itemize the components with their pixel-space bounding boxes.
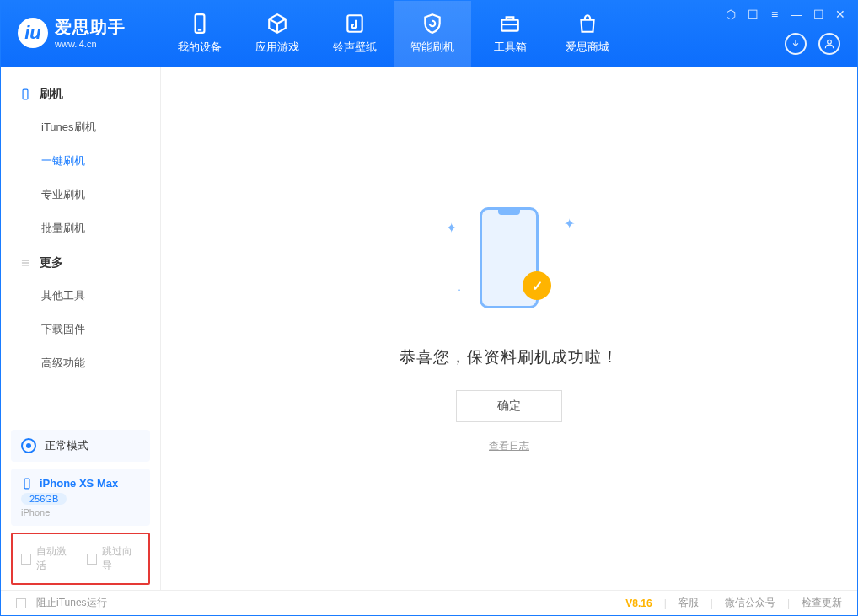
checkbox-auto-activate[interactable]: 自动激活 [21,544,75,573]
device-capacity: 256GB [21,493,67,505]
checkbox-box [21,554,31,565]
shield-refresh-icon [421,13,443,35]
check-badge-icon: ✓ [523,271,551,300]
tab-label: 爱思商城 [566,40,609,55]
device-type: iPhone [21,507,140,517]
phone-icon [189,13,211,35]
sparkle-icon: • [458,287,467,296]
footer-link-check-update[interactable]: 检查更新 [802,596,842,610]
sparkle-icon: ✦ [446,220,454,228]
tab-label: 智能刷机 [410,40,454,55]
profile-button[interactable] [818,33,840,55]
user-actions [785,33,840,55]
mode-label: 正常模式 [45,438,88,453]
app-title: 爱思助手 [55,16,126,39]
minimize-button[interactable]: — [790,8,803,21]
separator: | [787,597,790,609]
options-highlight-box: 自动激活 跳过向导 [11,533,150,585]
user-icon [823,38,835,50]
device-phone-icon [21,478,33,490]
tab-store[interactable]: 爱思商城 [549,1,626,67]
music-icon [344,13,366,35]
ok-button[interactable]: 确定 [456,390,562,422]
shirt-icon[interactable]: ⬡ [724,8,737,21]
app-window: iu 爱思助手 www.i4.cn 我的设备 应用游戏 铃声壁纸 智能刷机 [0,0,858,616]
sidebar-group-label: 更多 [40,255,63,271]
logo-icon: iu [18,18,48,48]
download-icon [790,38,802,50]
tab-toolbox[interactable]: 工具箱 [471,1,549,67]
tab-apps-games[interactable]: 应用游戏 [239,1,316,67]
checkbox-label: 自动激活 [36,544,74,573]
svg-rect-6 [23,89,28,99]
footer: 阻止iTunes运行 V8.16 | 客服 | 微信公众号 | 检查更新 [1,590,857,615]
bag-icon [576,13,598,35]
list-icon [19,257,31,269]
sidebar-group-more: 更多 [1,245,160,279]
sidebar-item-pro-flash[interactable]: 专业刷机 [1,178,160,212]
sidebar: 刷机 iTunes刷机 一键刷机 专业刷机 批量刷机 更多 其他工具 下载固件 … [1,67,161,590]
success-illustration: ✦ ✦ • ✓ [425,203,593,313]
checkbox-block-itunes[interactable]: 阻止iTunes运行 [16,596,107,610]
sidebar-group-label: 刷机 [40,87,63,102]
feedback-icon[interactable]: ☐ [746,8,759,21]
sidebar-item-itunes-flash[interactable]: iTunes刷机 [1,110,160,144]
tab-label: 我的设备 [178,40,222,55]
checkbox-skip-guide[interactable]: 跳过向导 [87,544,141,573]
footer-right: V8.16 | 客服 | 微信公众号 | 检查更新 [625,596,842,610]
checkbox-box [87,554,97,565]
sidebar-item-batch-flash[interactable]: 批量刷机 [1,212,160,245]
sparkle-icon: ✦ [564,216,572,224]
cube-icon [266,13,288,35]
version-label: V8.16 [625,597,652,609]
svg-rect-10 [24,479,29,489]
device-name-row: iPhone XS Max [21,477,140,490]
close-button[interactable]: ✕ [834,8,847,21]
sidebar-item-advanced[interactable]: 高级功能 [1,346,160,380]
separator: | [664,597,667,609]
sidebar-item-onekey-flash[interactable]: 一键刷机 [1,144,160,178]
window-controls: ⬡ ☐ ≡ — ☐ ✕ [724,8,847,21]
phone-small-icon [19,88,31,100]
tab-smart-flash[interactable]: 智能刷机 [394,1,471,67]
menu-icon[interactable]: ≡ [768,8,781,21]
checkbox-label: 跳过向导 [102,544,140,573]
mode-icon [21,438,36,453]
mode-card[interactable]: 正常模式 [11,430,150,462]
logo-area: iu 爱思助手 www.i4.cn [1,1,161,64]
sidebar-group-flash: 刷机 [1,77,160,110]
body: 刷机 iTunes刷机 一键刷机 专业刷机 批量刷机 更多 其他工具 下载固件 … [1,67,857,590]
device-name: iPhone XS Max [40,477,118,490]
logo-text-block: 爱思助手 www.i4.cn [55,16,126,49]
tab-label: 工具箱 [494,40,527,55]
svg-point-5 [828,40,832,44]
device-card[interactable]: iPhone XS Max 256GB iPhone [11,469,150,526]
toolbox-icon [499,13,521,35]
content: ✦ ✦ • ✓ 恭喜您，保资料刷机成功啦！ 确定 查看日志 [161,67,857,590]
sidebar-item-download-firmware[interactable]: 下载固件 [1,313,160,346]
view-log-link[interactable]: 查看日志 [489,439,529,453]
tab-label: 应用游戏 [255,40,299,55]
app-subtitle: www.i4.cn [55,39,126,49]
checkbox-box [16,598,26,608]
checkbox-label: 阻止iTunes运行 [36,596,107,610]
download-button[interactable] [785,33,807,55]
tab-ringtone-wallpaper[interactable]: 铃声壁纸 [316,1,394,67]
footer-link-support[interactable]: 客服 [678,596,699,610]
sidebar-bottom: 正常模式 iPhone XS Max 256GB iPhone 自动激活 [1,421,160,590]
sidebar-item-other-tools[interactable]: 其他工具 [1,279,160,313]
main-tabs: 我的设备 应用游戏 铃声壁纸 智能刷机 工具箱 爱思商城 [161,1,626,67]
tab-label: 铃声壁纸 [333,40,377,55]
maximize-button[interactable]: ☐ [812,8,825,21]
titlebar: iu 爱思助手 www.i4.cn 我的设备 应用游戏 铃声壁纸 智能刷机 [1,1,857,67]
tab-my-device[interactable]: 我的设备 [161,1,239,67]
footer-link-wechat[interactable]: 微信公众号 [725,596,775,610]
separator: | [711,597,713,609]
success-message: 恭喜您，保资料刷机成功啦！ [400,346,619,368]
phone-notch [498,210,520,215]
